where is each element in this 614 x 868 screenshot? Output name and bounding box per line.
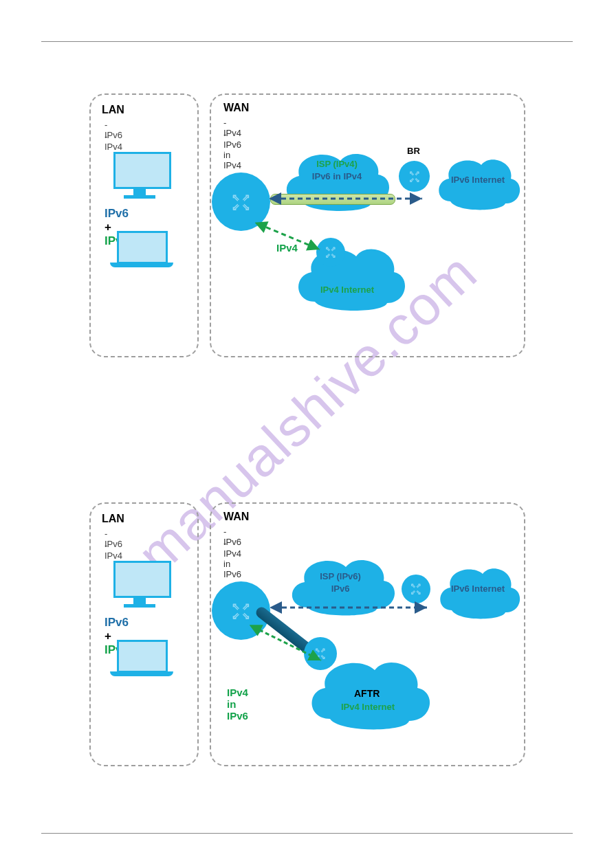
border-router-icon: ⇖⇗⇙⇘ bbox=[399, 161, 430, 192]
ipv4-in-ipv6-arrow-icon bbox=[249, 623, 328, 671]
isp-label-top: ISP (IPv4) bbox=[296, 159, 378, 169]
isp-label-top-2: ISP (IPv6) bbox=[299, 571, 382, 581]
aftr-label: AFTR bbox=[354, 688, 380, 699]
desktop-stand-icon bbox=[133, 188, 146, 195]
ipv4-internet-label: IPv4 Internet bbox=[306, 285, 388, 295]
wan-ipv4in6-line-2: -IPv4 in IPv6 bbox=[223, 538, 241, 579]
br-label: BR bbox=[407, 146, 420, 156]
ipv4-arrow-label: IPv4 bbox=[276, 242, 298, 254]
desktop-base-icon-2 bbox=[124, 604, 155, 608]
page-frame: manualshive.com LAN - IPv6 - IPv4 IPv6 +… bbox=[41, 41, 573, 834]
wan-ipv6in4-line: -IPv6 in IPv4 bbox=[223, 129, 241, 170]
laptop-base-icon-2 bbox=[110, 671, 173, 676]
tunnel-label-2: IPv4 in IPv6 bbox=[227, 687, 248, 722]
combo-plus-2: + bbox=[105, 630, 111, 643]
lan-title: LAN bbox=[102, 104, 124, 116]
combo-ipv6: IPv6 bbox=[105, 207, 129, 220]
desktop-base-icon bbox=[124, 195, 155, 199]
desktop-stand-icon-2 bbox=[133, 597, 146, 604]
ipv6-arrow-icon-2 bbox=[270, 597, 432, 618]
laptop-icon bbox=[117, 231, 168, 264]
laptop-base-icon bbox=[110, 263, 173, 267]
svg-line-3 bbox=[253, 627, 321, 660]
ipv4-internet-label-2: IPv4 Internet bbox=[327, 702, 409, 712]
ipv6-internet-label: IPv6 Internet bbox=[440, 175, 516, 185]
isp-label-sub-2: IPv6 bbox=[299, 583, 382, 594]
ipv4-path-arrow-icon bbox=[254, 219, 330, 260]
ipv6-tunnel-arrow-icon bbox=[270, 188, 428, 209]
desktop-icon bbox=[113, 152, 171, 189]
wan-title-2: WAN bbox=[223, 511, 249, 523]
combo-plus: + bbox=[105, 221, 111, 234]
lan-ipv4-line: - IPv4 bbox=[105, 131, 122, 152]
ipv6-internet-label-2: IPv6 Internet bbox=[440, 583, 516, 594]
isp-label-sub: IPv6 in IPv4 bbox=[296, 171, 378, 181]
combo-ipv6-2: IPv6 bbox=[105, 616, 129, 629]
lan-title-2: LAN bbox=[102, 513, 124, 525]
wan-title: WAN bbox=[223, 102, 249, 114]
laptop-icon-2 bbox=[117, 640, 168, 673]
desktop-icon-2 bbox=[113, 561, 171, 598]
lan-ipv4-line-2: - IPv4 bbox=[105, 540, 122, 561]
